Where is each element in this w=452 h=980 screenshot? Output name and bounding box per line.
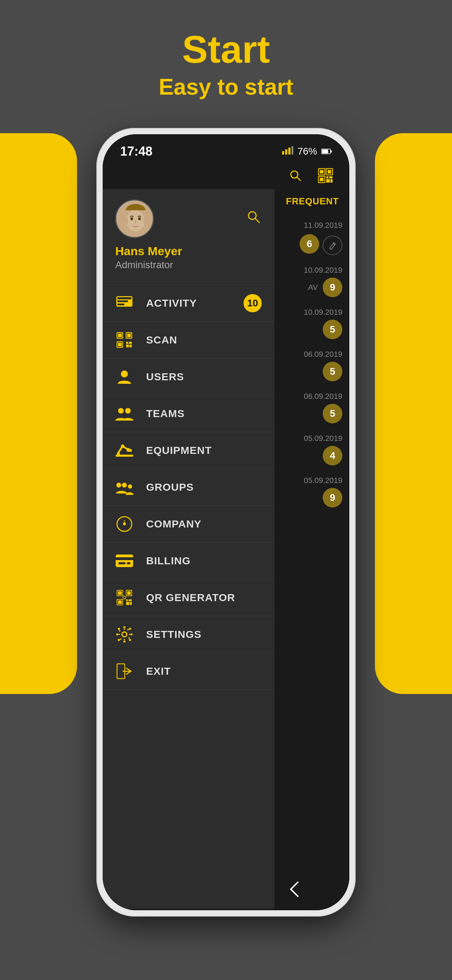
sidebar-item-billing[interactable]: BILLING bbox=[103, 542, 274, 579]
svg-point-22 bbox=[126, 210, 145, 231]
svg-rect-39 bbox=[126, 342, 128, 344]
activity-date: 06.09.2019 bbox=[304, 350, 342, 359]
svg-point-51 bbox=[116, 483, 121, 488]
svg-rect-57 bbox=[116, 555, 133, 567]
activity-count: 5 bbox=[323, 320, 342, 339]
svg-point-80 bbox=[129, 639, 131, 641]
svg-rect-15 bbox=[326, 176, 328, 178]
user-role: Administrator bbox=[115, 259, 262, 270]
activity-label-av: AV bbox=[308, 283, 318, 292]
svg-rect-60 bbox=[127, 562, 131, 564]
svg-point-25 bbox=[125, 218, 128, 224]
teams-icon bbox=[115, 404, 134, 423]
svg-rect-67 bbox=[126, 599, 128, 601]
activity-date: 05.09.2019 bbox=[304, 434, 342, 443]
svg-rect-34 bbox=[118, 334, 122, 337]
svg-point-45 bbox=[125, 408, 131, 414]
activity-date: 05.09.2019 bbox=[304, 476, 342, 485]
svg-rect-31 bbox=[118, 301, 128, 302]
svg-rect-58 bbox=[116, 557, 133, 560]
svg-rect-0 bbox=[282, 151, 284, 154]
sidebar-item-groups[interactable]: GROUPS bbox=[103, 469, 274, 506]
svg-rect-70 bbox=[130, 602, 132, 605]
svg-rect-50 bbox=[127, 449, 132, 452]
svg-point-53 bbox=[128, 484, 132, 488]
svg-rect-68 bbox=[129, 599, 132, 601]
svg-point-77 bbox=[118, 628, 120, 630]
frequent-tab[interactable]: FREQUENT bbox=[286, 196, 339, 207]
svg-line-8 bbox=[297, 177, 300, 180]
svg-rect-2 bbox=[288, 148, 290, 154]
hero-section: Start Easy to start bbox=[159, 0, 293, 121]
menu-item-list: ACTIVITY 10 bbox=[103, 285, 274, 690]
battery-percent: 76% bbox=[298, 146, 317, 157]
activity-item: 05.09.2019 4 bbox=[282, 430, 342, 469]
groups-icon bbox=[115, 478, 134, 496]
settings-label: SETTINGS bbox=[146, 628, 202, 640]
svg-rect-42 bbox=[130, 345, 132, 347]
svg-rect-3 bbox=[291, 146, 293, 154]
activity-count: 4 bbox=[323, 446, 342, 466]
activity-icon bbox=[115, 294, 134, 312]
equipment-icon bbox=[115, 441, 134, 460]
svg-point-81 bbox=[122, 632, 127, 637]
sidebar-item-settings[interactable]: SETTINGS bbox=[103, 616, 274, 653]
svg-point-24 bbox=[138, 217, 141, 221]
activity-edit-button[interactable] bbox=[323, 235, 342, 255]
sidebar-item-activity[interactable]: ACTIVITY 10 bbox=[103, 285, 274, 322]
svg-point-76 bbox=[131, 633, 132, 635]
activity-count: 5 bbox=[323, 404, 342, 423]
svg-rect-59 bbox=[118, 562, 126, 564]
sidebar-item-scan[interactable]: SCAN bbox=[103, 322, 274, 359]
activity-date: 06.09.2019 bbox=[304, 392, 342, 401]
svg-point-79 bbox=[118, 639, 120, 641]
svg-point-75 bbox=[116, 633, 118, 635]
svg-point-23 bbox=[131, 217, 133, 221]
sidebar-item-qr-generator[interactable]: QR GENERATOR bbox=[103, 579, 274, 616]
activity-item: 10.09.2019 5 bbox=[282, 304, 342, 343]
activity-date: 11.09.2019 bbox=[304, 221, 342, 230]
activity-list: 11.09.2019 6 bbox=[274, 214, 349, 518]
content-header: FREQUENT bbox=[274, 189, 349, 214]
sidebar-item-users[interactable]: USERS bbox=[103, 359, 274, 395]
sidebar-item-equipment[interactable]: EQUIPMENT bbox=[103, 432, 274, 469]
hero-subtitle: Easy to start bbox=[159, 74, 293, 100]
svg-rect-5 bbox=[322, 149, 328, 153]
svg-rect-40 bbox=[129, 342, 132, 344]
status-time: 17:48 bbox=[120, 144, 153, 159]
nav-back-button[interactable] bbox=[284, 879, 305, 900]
sidebar-item-teams[interactable]: TEAMS bbox=[103, 395, 274, 432]
svg-point-52 bbox=[122, 483, 127, 488]
svg-rect-12 bbox=[328, 170, 331, 173]
activity-item: 06.09.2019 5 bbox=[282, 346, 342, 385]
battery-icon bbox=[321, 146, 332, 157]
svg-rect-66 bbox=[118, 600, 122, 604]
activity-item: 11.09.2019 6 bbox=[282, 217, 342, 259]
svg-rect-38 bbox=[118, 343, 122, 346]
sidebar-item-exit[interactable]: EXIT bbox=[103, 653, 274, 690]
user-name: Hans Meyer bbox=[115, 244, 262, 258]
status-icons: 76% bbox=[282, 146, 332, 157]
inline-search-button[interactable] bbox=[246, 209, 262, 229]
svg-rect-41 bbox=[126, 345, 129, 347]
svg-rect-30 bbox=[118, 297, 131, 299]
signal-icon bbox=[282, 146, 293, 157]
qr-code-button[interactable] bbox=[316, 166, 335, 185]
svg-rect-14 bbox=[320, 178, 323, 181]
svg-point-78 bbox=[129, 628, 131, 630]
activity-badge: 10 bbox=[244, 294, 262, 312]
svg-rect-1 bbox=[285, 149, 287, 154]
activity-item: 06.09.2019 5 bbox=[282, 388, 342, 427]
activity-count: 5 bbox=[323, 362, 342, 381]
activity-label: ACTIVITY bbox=[146, 297, 197, 309]
search-button[interactable] bbox=[286, 166, 305, 185]
user-avatar bbox=[115, 199, 154, 238]
top-action-bar bbox=[103, 162, 349, 189]
activity-item: 10.09.2019 AV 9 bbox=[282, 262, 342, 301]
qr-generator-icon bbox=[115, 589, 134, 607]
svg-text:i: i bbox=[123, 519, 126, 527]
svg-rect-18 bbox=[330, 179, 333, 183]
sidebar-item-company[interactable]: i COMPANY bbox=[103, 506, 274, 542]
teams-label: TEAMS bbox=[146, 407, 185, 420]
svg-rect-62 bbox=[118, 591, 122, 595]
